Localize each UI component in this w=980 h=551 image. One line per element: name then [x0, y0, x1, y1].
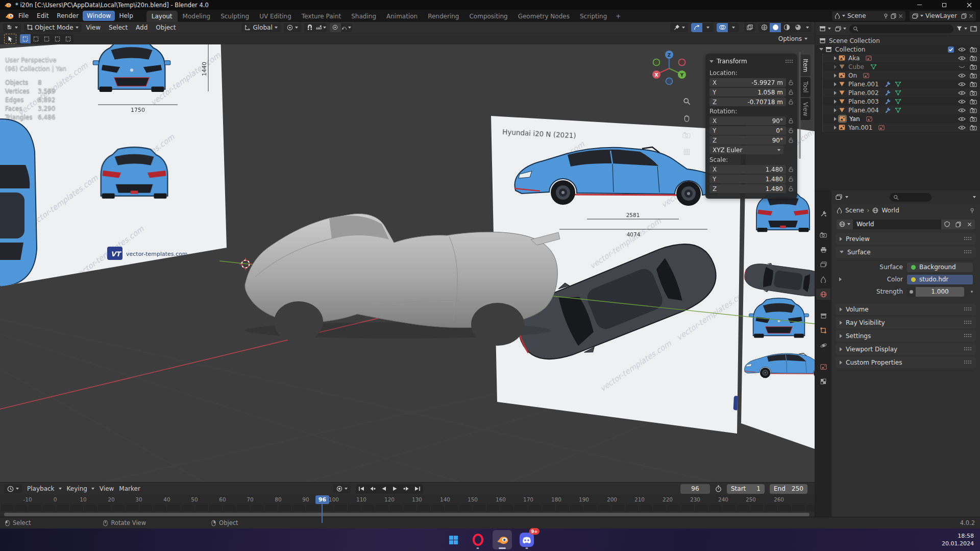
panel-custom-properties[interactable]: Custom Properties: [836, 356, 976, 368]
delete-viewlayer-icon[interactable]: [969, 14, 973, 18]
reference-board-left[interactable]: vector-templates.com vector-templates.co…: [0, 44, 227, 286]
lock-icon[interactable]: [789, 137, 793, 143]
rotation-mode-dropdown[interactable]: XYZ Euler: [709, 146, 783, 154]
lock-icon[interactable]: [789, 176, 793, 182]
camera-visibility-icon[interactable]: [970, 73, 977, 79]
start-button[interactable]: [444, 530, 463, 549]
tab-tool[interactable]: Tool: [800, 77, 811, 97]
auto-keying-button[interactable]: [333, 484, 351, 493]
overlays-dropdown[interactable]: [728, 23, 739, 32]
timeline-menu-marker[interactable]: Marker: [119, 485, 140, 492]
play-reverse-button[interactable]: [378, 484, 389, 494]
new-world-button[interactable]: [952, 220, 964, 229]
snap-settings-dropdown[interactable]: [315, 23, 327, 32]
properties-tab-object[interactable]: [816, 325, 830, 336]
next-keyframe-button[interactable]: [401, 484, 412, 494]
properties-search[interactable]: [890, 193, 932, 202]
panel-volume[interactable]: Volume: [836, 303, 976, 315]
eye-closed-icon[interactable]: [958, 64, 966, 69]
tab-scripting[interactable]: Scripting: [575, 11, 612, 22]
lock-icon[interactable]: [789, 186, 793, 191]
viewport-scrollbar[interactable]: [799, 52, 801, 159]
disclosure-icon[interactable]: [834, 82, 837, 86]
eye-icon[interactable]: [958, 116, 966, 122]
scale-y-field[interactable]: Y1.480: [709, 175, 786, 183]
disclosure-icon[interactable]: [834, 56, 837, 60]
disclosure-icon[interactable]: [834, 108, 837, 112]
viewport-canvas[interactable]: vector-templates.com vector-templates.co…: [0, 44, 815, 482]
properties-tab-collection[interactable]: [816, 310, 830, 321]
location-x-field[interactable]: X-5.9927 m: [709, 78, 786, 87]
mode-dropdown[interactable]: Object Mode: [24, 23, 82, 32]
tab-item[interactable]: Item: [800, 55, 811, 76]
drag-grip-icon[interactable]: [785, 59, 793, 64]
properties-editor-icon[interactable]: [836, 194, 842, 200]
menu-window[interactable]: Window: [83, 11, 115, 21]
tab-sculpting[interactable]: Sculpting: [215, 11, 254, 22]
taskbar-discord[interactable]: 9+: [517, 530, 536, 549]
timeline-menu-playback[interactable]: Playback: [27, 485, 62, 492]
blender-menu-icon[interactable]: [4, 12, 14, 20]
disclosure-icon[interactable]: [834, 117, 837, 121]
show-overlays-toggle[interactable]: [717, 23, 728, 32]
location-y-field[interactable]: Y1.058 m: [709, 88, 786, 97]
timeline-track-area[interactable]: [0, 505, 815, 511]
active-tool-button[interactable]: [4, 34, 16, 44]
gizmo-y-neg[interactable]: [653, 59, 660, 66]
outliner-row-yan[interactable]: Yan: [822, 114, 980, 123]
pin-icon[interactable]: [883, 13, 889, 19]
camera-view-button[interactable]: [681, 129, 692, 140]
eye-icon[interactable]: [958, 47, 966, 52]
fake-user-button[interactable]: [941, 220, 952, 229]
car-model[interactable]: [245, 214, 560, 346]
viewport-menu-object[interactable]: Object: [152, 23, 179, 32]
viewport-menu-view[interactable]: View: [83, 23, 104, 32]
shading-rendered-button[interactable]: [792, 23, 803, 32]
camera-visibility-icon[interactable]: [970, 90, 977, 96]
proportional-edit-toggle[interactable]: [330, 23, 341, 32]
outliner-row-collection[interactable]: Collection: [815, 45, 980, 54]
gizmo-dropdown[interactable]: [702, 23, 714, 32]
eye-icon[interactable]: [958, 73, 966, 78]
pin-icon[interactable]: [969, 208, 975, 213]
timeline-menu-view[interactable]: View: [100, 485, 114, 492]
gizmo-z-neg[interactable]: [666, 78, 673, 85]
move-view-button[interactable]: [681, 112, 692, 124]
tab-geometry-nodes[interactable]: Geometry Nodes: [513, 11, 575, 22]
taskbar-opera[interactable]: [468, 530, 487, 549]
tab-compositing[interactable]: Compositing: [464, 11, 512, 22]
shading-material-button[interactable]: [781, 23, 792, 32]
close-button[interactable]: [959, 0, 980, 10]
checkbox-checked-icon[interactable]: [948, 46, 954, 53]
jump-to-end-button[interactable]: [412, 484, 423, 494]
disclosure-icon[interactable]: [834, 65, 837, 69]
delete-scene-icon[interactable]: [898, 14, 903, 18]
timeline-editor-type-button[interactable]: [4, 484, 22, 493]
frame-start-field[interactable]: Start1: [727, 484, 765, 494]
menu-file[interactable]: File: [14, 11, 33, 21]
outliner-row-plane-004[interactable]: Plane.004: [822, 106, 980, 114]
options-dropdown[interactable]: Options: [778, 35, 811, 42]
properties-tab-output[interactable]: [816, 244, 830, 255]
camera-visibility-icon[interactable]: [970, 46, 977, 53]
prev-keyframe-button[interactable]: [367, 484, 378, 494]
viewlayer-selector[interactable]: ViewLayer: [910, 11, 976, 21]
scrollbar-thumb[interactable]: [4, 513, 810, 516]
minimize-button[interactable]: [909, 0, 930, 10]
tab-animation[interactable]: Animation: [381, 11, 423, 22]
disclosure-icon[interactable]: [834, 126, 837, 130]
scale-z-field[interactable]: Z1.480: [709, 184, 786, 193]
outliner-row-on[interactable]: On: [822, 71, 980, 80]
proportional-falloff-dropdown[interactable]: [341, 23, 352, 32]
camera-visibility-icon[interactable]: [970, 116, 977, 122]
visibility-dropdown[interactable]: [670, 23, 688, 32]
options-chevron-icon[interactable]: [973, 196, 976, 198]
eye-icon[interactable]: [958, 82, 966, 87]
add-workspace-button[interactable]: +: [612, 11, 624, 22]
transform-orientation-dropdown[interactable]: Global: [241, 23, 280, 32]
outliner-row-plane-001[interactable]: Plane.001: [822, 80, 980, 88]
current-frame-field[interactable]: 96: [680, 484, 710, 494]
select-mode-new[interactable]: [20, 34, 31, 43]
frame-end-field[interactable]: End250: [770, 484, 807, 494]
scale-x-field[interactable]: X1.480: [709, 165, 786, 174]
